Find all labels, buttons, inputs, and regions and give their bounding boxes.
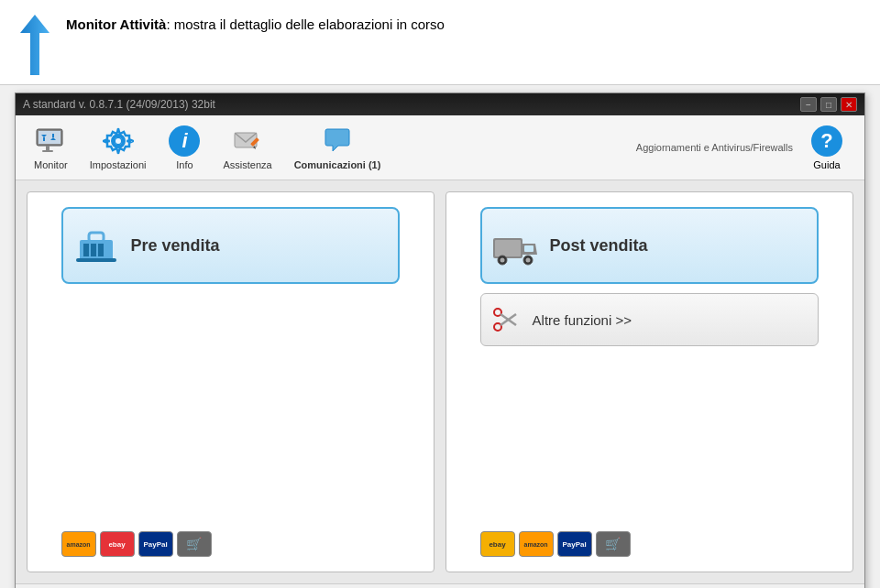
svg-rect-13 [105, 140, 110, 143]
antivirus-label: Aggiornamenti e Antivirus/Firewalls [636, 142, 793, 153]
toolbar-label-impostazioni: Impostazioni [90, 159, 147, 170]
svg-rect-4 [42, 150, 53, 152]
toolbar-right: Aggiornamenti e Antivirus/Firewalls ? Gu… [636, 119, 857, 176]
svg-rect-21 [83, 244, 89, 256]
platform-badge-cart-right[interactable]: 🛒 [596, 531, 631, 557]
altre-funzioni-button[interactable]: Altre funzioni >> [480, 293, 820, 346]
svg-rect-27 [495, 240, 521, 256]
description-area: Monitor Attività: mostra il dettaglio de… [0, 0, 880, 85]
toolbar-label-comunicazioni: Comunicazioni (1) [294, 159, 381, 170]
platform-badge-paypal-left[interactable]: PayPal [138, 531, 173, 557]
main-content: Pre vendita amazon ebay PayPal 🛒 [16, 180, 864, 583]
right-buttons: Post vendita Altre funzioni >> [461, 207, 838, 346]
toolbar-item-assistenza[interactable]: Assistenza [212, 119, 282, 176]
window-title: A standard v. 0.8.7.1 (24/09/2013) 32bit [23, 98, 215, 111]
comunicazioni-icon [321, 125, 354, 158]
svg-point-29 [500, 258, 504, 263]
platform-badge-amazon-right[interactable]: amazon [519, 531, 554, 557]
pre-vendita-button[interactable]: Pre vendita [61, 207, 401, 284]
app-window: A standard v. 0.8.7.1 (24/09/2013) 32bit… [15, 93, 865, 588]
left-platform-strip: amazon ebay PayPal 🛒 [61, 531, 401, 557]
toolbar-item-comunicazioni[interactable]: Comunicazioni (1) [283, 119, 392, 176]
window-controls: − □ ✕ [800, 97, 857, 112]
post-vendita-button[interactable]: Post vendita [480, 207, 820, 284]
right-platform-strip: ebay amazon PayPal 🛒 [480, 531, 820, 557]
toolbar-item-guida[interactable]: ? Guida [804, 125, 850, 170]
toolbar-label-info: Info [176, 159, 192, 170]
toolbar-item-monitor[interactable]: Monitor [23, 119, 79, 176]
svg-rect-14 [126, 140, 131, 143]
minimize-button[interactable]: − [800, 97, 817, 112]
svg-point-31 [525, 258, 530, 263]
post-vendita-label: Post vendita [550, 236, 648, 256]
svg-marker-0 [20, 15, 50, 75]
close-button[interactable]: ✕ [841, 97, 857, 112]
right-panel: Post vendita Altre funzioni >> [446, 191, 853, 572]
restore-button[interactable]: □ [820, 97, 837, 112]
svg-point-16 [116, 138, 121, 144]
left-buttons: Pre vendita [42, 207, 419, 284]
post-vendita-icon [491, 222, 539, 269]
info-icon: i [168, 125, 201, 158]
pre-vendita-label: Pre vendita [131, 236, 220, 256]
toolbar: Monitor [16, 115, 864, 180]
svg-rect-11 [116, 128, 119, 133]
toolbar-label-assistenza: Assistenza [223, 159, 271, 170]
svg-rect-2 [38, 131, 60, 144]
toolbar-item-info[interactable]: i Info [157, 119, 212, 176]
toolbar-item-impostazioni[interactable]: Impostazioni [79, 119, 158, 176]
svg-rect-22 [91, 244, 96, 256]
svg-rect-6 [43, 137, 45, 141]
svg-rect-25 [76, 258, 116, 262]
platform-badge-amazon-left[interactable]: amazon [61, 531, 96, 557]
toolbar-label-guida: Guida [813, 159, 840, 170]
altre-funzioni-icon [490, 303, 523, 336]
platform-badge-paypal-right[interactable]: PayPal [557, 531, 592, 557]
svg-rect-12 [116, 149, 119, 154]
help-icon: ? [810, 125, 843, 158]
monitor-icon [34, 125, 67, 158]
gear-icon [102, 125, 135, 158]
altre-funzioni-label: Altre funzioni >> [533, 312, 632, 328]
svg-rect-24 [89, 233, 104, 242]
description-text: Monitor Attività: mostra il dettaglio de… [66, 9, 445, 36]
arrow-up-indicator [18, 13, 51, 77]
platform-badge-cart-left[interactable]: 🛒 [177, 531, 212, 557]
left-panel: Pre vendita amazon ebay PayPal 🛒 [27, 191, 434, 572]
assistenza-icon [231, 125, 264, 158]
toolbar-label-monitor: Monitor [34, 159, 68, 170]
svg-rect-23 [98, 244, 104, 256]
svg-rect-32 [524, 245, 534, 252]
platform-badge-ebay-right[interactable]: ebay [480, 531, 515, 557]
status-bar: In esecuzione: eBay Italia, test-astaing… [16, 583, 864, 588]
platform-badge-ebay-left[interactable]: ebay [100, 531, 135, 557]
svg-rect-8 [52, 134, 54, 137]
svg-rect-3 [46, 146, 50, 150]
title-bar: A standard v. 0.8.7.1 (24/09/2013) 32bit… [16, 93, 864, 115]
pre-vendita-icon [72, 222, 120, 269]
